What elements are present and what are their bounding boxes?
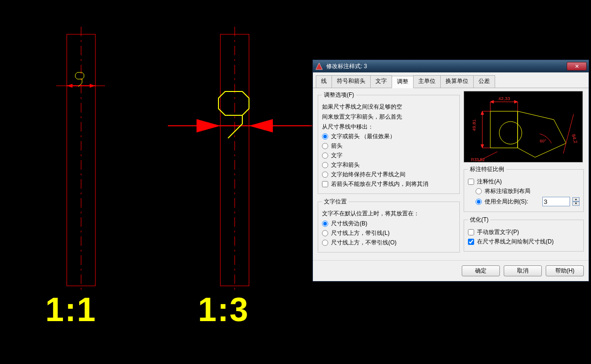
scale-label-right: 1:3 (198, 291, 249, 329)
preview-dim-left: 49,81 (471, 119, 477, 131)
text-placement-intro: 文字不在默认位置上时，将其放置在： (322, 210, 456, 218)
tab-fit[interactable]: 调整 (392, 76, 414, 88)
radio-best-fit[interactable]: 文字或箭头 （最佳效果） (322, 132, 456, 141)
check-draw-dimline[interactable]: 在尺寸界线之间绘制尺寸线(D) (468, 238, 580, 246)
global-scale-spinner: ▲ ▼ (542, 197, 580, 206)
scale-label-left: 1:1 (45, 291, 96, 329)
svg-marker-17 (514, 101, 518, 103)
svg-marker-11 (249, 119, 273, 132)
tab-line[interactable]: 线 (316, 75, 332, 88)
tab-primary-units[interactable]: 主单位 (413, 75, 441, 88)
radio-arrows[interactable]: 箭头 (322, 142, 456, 150)
fit-options-group: 调整选项(F) 如果尺寸界线之间没有足够的空 间来放置文字和箭头，那么首先 从尺… (318, 91, 460, 194)
radio-global-scale-label: 使用全局比例(S): (485, 198, 542, 206)
preview-dim-top: 42,33 (498, 96, 510, 101)
check-annotative[interactable]: 注释性(A) (468, 178, 580, 186)
scale-legend: 标注特征比例 (468, 165, 506, 173)
preview-dim-angle: 60° (540, 139, 547, 143)
text-placement-legend: 文字位置 (322, 198, 349, 206)
dialog-button-row: 确定 取消 帮助(H) (313, 260, 589, 281)
svg-marker-3 (67, 84, 73, 88)
tune-group: 优化(T) 手动放置文字(P) 在尺寸界线之间绘制尺寸线(D) (464, 216, 584, 252)
tab-alt-units[interactable]: 换算单位 (440, 75, 474, 88)
app-icon (315, 62, 323, 71)
radio-text-and-arrows[interactable]: 文字和箭头 (322, 161, 456, 169)
preview-dim-radius: R33,52 (471, 157, 485, 162)
svg-point-14 (499, 121, 522, 144)
spin-down-icon[interactable]: ▼ (572, 202, 580, 206)
radio-beside-line[interactable]: 尺寸线旁边(B) (322, 220, 456, 228)
tab-text[interactable]: 文字 (370, 75, 392, 88)
scale-group: 标注特征比例 注释性(A) 将标注缩放到布局 使用全局比例(S): ▲ ▼ (464, 165, 584, 212)
radio-over-with-leader[interactable]: 尺寸线上方，带引线(L) (322, 229, 456, 237)
preview-dim-right: 84,2 (571, 133, 579, 143)
svg-rect-13 (490, 111, 518, 148)
fit-intro-2: 间来放置文字和箭头，那么首先 (322, 113, 456, 121)
svg-marker-22 (481, 144, 484, 148)
radio-global-scale-row: 使用全局比例(S): ▲ ▼ (476, 197, 580, 206)
spin-up-icon[interactable]: ▲ (572, 197, 580, 202)
svg-marker-12 (316, 63, 322, 70)
ok-button[interactable]: 确定 (462, 265, 500, 276)
close-icon: ✕ (575, 63, 579, 70)
radio-over-no-leader[interactable]: 尺寸线上方，不带引线(O) (322, 239, 456, 247)
svg-line-25 (563, 114, 574, 153)
text-placement-group: 文字位置 文字不在默认位置上时，将其放置在： 尺寸线旁边(B) 尺寸线上方，带引… (318, 198, 460, 253)
tab-symbols-arrows[interactable]: 符号和箭头 (332, 75, 371, 88)
dialog-titlebar[interactable]: 修改标注样式: 3 ✕ (313, 60, 589, 72)
radio-text[interactable]: 文字 (322, 152, 456, 160)
global-scale-input[interactable] (542, 197, 570, 206)
help-button[interactable]: 帮助(H) (546, 265, 584, 276)
svg-marker-16 (490, 101, 494, 103)
close-button[interactable]: ✕ (567, 62, 587, 71)
tab-tolerance[interactable]: 公差 (473, 75, 495, 88)
dimension-preview: 42,33 49,81 84,2 60° R33,52 (464, 91, 583, 162)
fit-intro-1: 如果尺寸界线之间没有足够的空 (322, 103, 456, 111)
radio-global-scale[interactable] (476, 199, 482, 205)
check-suppress-arrows[interactable]: 若箭头不能放在尺寸界线内，则将其消 (322, 180, 456, 188)
cancel-button[interactable]: 取消 (504, 265, 542, 276)
fit-options-legend: 调整选项(F) (322, 91, 356, 99)
svg-marker-4 (90, 84, 95, 88)
dimension-style-dialog: 修改标注样式: 3 ✕ 线 符号和箭头 文字 调整 主单位 换算单位 公差 调整… (312, 60, 589, 282)
radio-keep-between[interactable]: 文字始终保持在尺寸界线之间 (322, 171, 456, 179)
dialog-body: 调整选项(F) 如果尺寸界线之间没有足够的空 间来放置文字和箭头，那么首先 从尺… (313, 88, 589, 260)
svg-marker-10 (197, 119, 220, 132)
check-manual-text[interactable]: 手动放置文字(P) (468, 228, 580, 236)
tab-strip: 线 符号和箭头 文字 调整 主单位 换算单位 公差 (313, 72, 589, 88)
svg-marker-21 (481, 111, 484, 114)
tune-legend: 优化(T) (468, 216, 490, 224)
dialog-title: 修改标注样式: 3 (326, 62, 567, 71)
radio-scale-to-layout[interactable]: 将标注缩放到布局 (476, 187, 580, 195)
fit-intro-3: 从尺寸界线中移出： (322, 123, 456, 131)
